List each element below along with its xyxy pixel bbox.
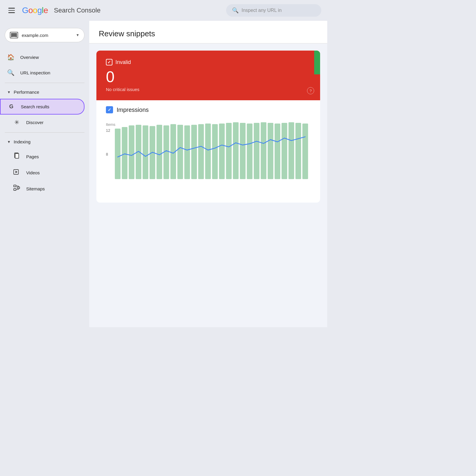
sidebar-item-sitemaps[interactable]: Sitemaps [0, 181, 84, 197]
pages-icon [13, 153, 20, 161]
svg-rect-1 [15, 154, 19, 158]
app-title: Search Console [54, 7, 101, 14]
discover-icon: ✳ [13, 119, 20, 126]
sidebar-item-videos[interactable]: Videos [0, 165, 84, 181]
invalid-subtitle: No critical issues [106, 87, 311, 92]
svg-rect-33 [268, 123, 273, 179]
svg-rect-37 [295, 123, 301, 179]
svg-rect-11 [115, 129, 120, 179]
impressions-header: ✓ Impressions [106, 106, 311, 113]
dropdown-arrow-icon: ▼ [76, 33, 79, 37]
menu-button[interactable] [6, 5, 17, 15]
svg-rect-21 [184, 126, 190, 179]
indexing-section-header[interactable]: ▼ Indexing [0, 135, 89, 148]
invalid-label: Invalid [115, 59, 131, 65]
sidebar-label-videos: Videos [26, 170, 40, 175]
sidebar-item-pages[interactable]: Pages [0, 148, 84, 165]
chart-y-value-8: 8 [106, 152, 108, 156]
svg-rect-28 [233, 122, 239, 179]
sidebar-label-discover: Discover [26, 120, 43, 125]
svg-rect-32 [261, 122, 266, 179]
svg-rect-35 [281, 123, 287, 179]
google-g-icon: G [8, 104, 15, 110]
valid-accent-bar [314, 51, 320, 74]
performance-collapse-icon: ▼ [7, 90, 11, 94]
sidebar-item-url-inspection[interactable]: 🔍 URL inspection [0, 65, 84, 80]
sidebar: example.com ▼ 🏠 Overview 🔍 URL inspectio… [0, 21, 89, 327]
svg-rect-29 [240, 123, 245, 179]
svg-rect-27 [226, 123, 232, 179]
sidebar-item-search-results[interactable]: G Search results [0, 99, 84, 115]
svg-rect-22 [191, 125, 197, 179]
video-icon [13, 169, 20, 176]
svg-rect-36 [289, 122, 294, 179]
indexing-collapse-icon: ▼ [7, 140, 11, 144]
impressions-label: Impressions [117, 107, 149, 113]
svg-rect-25 [212, 124, 218, 179]
sidebar-label-url-inspection: URL inspection [20, 70, 50, 75]
search-nav-icon: 🔍 [7, 69, 14, 76]
invalid-count: 0 [106, 69, 311, 84]
sidebar-divider-2 [5, 132, 84, 133]
sidebar-label-overview: Overview [20, 55, 39, 60]
svg-rect-20 [177, 125, 183, 179]
site-name: example.com [22, 33, 72, 38]
svg-rect-38 [302, 123, 308, 179]
svg-rect-30 [247, 123, 253, 179]
impressions-checkbox[interactable]: ✓ [106, 106, 113, 113]
svg-rect-5 [14, 189, 16, 190]
chart-y-axis-label: Items [106, 122, 115, 127]
google-logo: Google [22, 6, 48, 15]
search-icon: 🔍 [232, 7, 239, 14]
page-title: Review snippets [99, 29, 318, 38]
performance-section-header[interactable]: ▼ Performance [0, 85, 89, 99]
header: Google Search Console 🔍 Inspect any URL … [0, 0, 327, 21]
svg-rect-26 [219, 123, 225, 179]
svg-rect-12 [122, 127, 127, 179]
content-area: Review snippets ✓ Invalid 0 No critical … [89, 21, 327, 327]
svg-rect-14 [136, 125, 141, 179]
invalid-card: ✓ Invalid 0 No critical issues ? [96, 51, 320, 100]
svg-rect-23 [198, 124, 204, 179]
sidebar-label-sitemaps: Sitemaps [26, 186, 45, 191]
main-layout: example.com ▼ 🏠 Overview 🔍 URL inspectio… [0, 21, 327, 327]
sidebar-item-overview[interactable]: 🏠 Overview [0, 49, 84, 65]
svg-marker-3 [15, 171, 18, 173]
sidebar-divider-1 [5, 83, 84, 83]
svg-rect-31 [254, 123, 259, 179]
invalid-checkbox-icon: ✓ [106, 59, 112, 65]
content-header: Review snippets [89, 21, 327, 43]
svg-rect-15 [143, 126, 148, 179]
sitemaps-icon [13, 185, 20, 193]
site-selector[interactable]: example.com ▼ [5, 28, 84, 42]
chart-y-value-12: 12 [106, 128, 110, 133]
search-placeholder: Inspect any URL in [242, 8, 282, 13]
home-icon: 🏠 [7, 54, 14, 61]
performance-section-label: Performance [14, 90, 39, 95]
sidebar-item-discover[interactable]: ✳ Discover [0, 115, 84, 130]
svg-rect-13 [129, 126, 134, 179]
url-inspection-bar[interactable]: 🔍 Inspect any URL in [226, 4, 321, 17]
impressions-chart: Items 12 8 [106, 119, 311, 197]
svg-rect-4 [14, 185, 16, 187]
chart-svg [115, 122, 311, 185]
svg-rect-17 [156, 125, 162, 179]
svg-rect-24 [205, 123, 211, 179]
sidebar-label-pages: Pages [26, 154, 39, 159]
invalid-card-header: ✓ Invalid [106, 59, 311, 65]
sidebar-label-search-results: Search results [21, 104, 49, 109]
svg-rect-34 [275, 123, 280, 179]
help-icon[interactable]: ? [307, 87, 314, 94]
site-favicon [10, 32, 18, 38]
indexing-section-label: Indexing [14, 139, 31, 144]
impressions-card: ✓ Impressions Items 12 8 [96, 100, 320, 203]
